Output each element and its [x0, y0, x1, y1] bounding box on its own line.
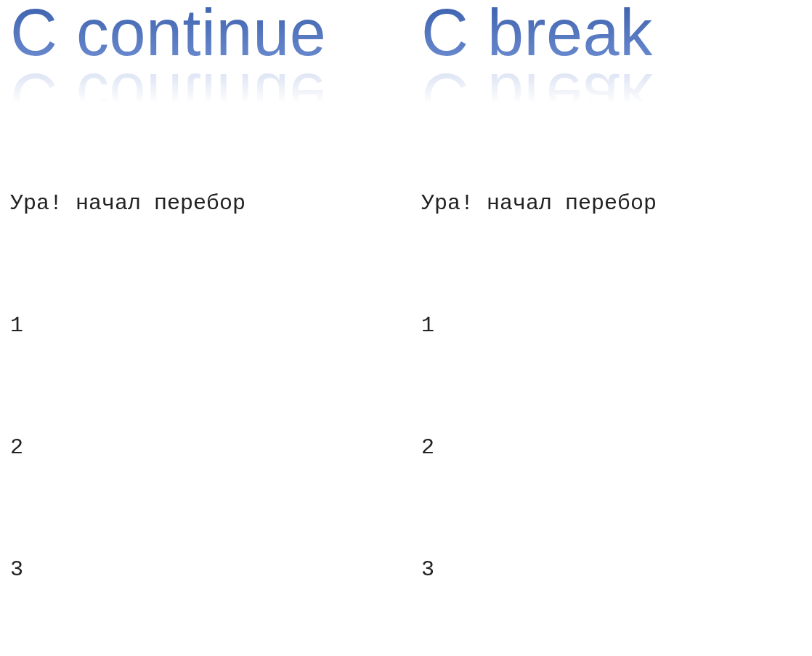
output-line: 2 — [421, 427, 657, 468]
right-heading-wrap: С break С break — [421, 0, 657, 93]
right-column: С break С break Ура! начал перебор 1 2 3… — [421, 0, 657, 656]
output-line: Ура! начал перебор — [10, 183, 421, 224]
output-line: 1 — [421, 305, 657, 346]
output-line: 1 — [10, 305, 421, 346]
output-line: 3 — [421, 549, 657, 590]
right-heading: С break — [421, 0, 657, 65]
right-heading-reflection: С break — [421, 64, 653, 129]
output-line: Ура! начал перебор — [421, 183, 657, 224]
left-heading-reflection: С continue — [10, 64, 326, 129]
left-heading-wrap: С continue С continue — [10, 0, 421, 93]
two-column-layout: С continue С continue Ура! начал перебор… — [0, 0, 812, 656]
output-line: 2 — [10, 427, 421, 468]
output-line: 3 — [10, 549, 421, 590]
left-output-block: Ура! начал перебор 1 2 3 4 5 +6+ +7+ +8+… — [10, 102, 421, 656]
left-heading: С continue — [10, 0, 421, 65]
left-column: С continue С continue Ура! начал перебор… — [0, 0, 421, 656]
right-output-block: Ура! начал перебор 1 2 3 4 5 +6+ — [421, 102, 657, 656]
